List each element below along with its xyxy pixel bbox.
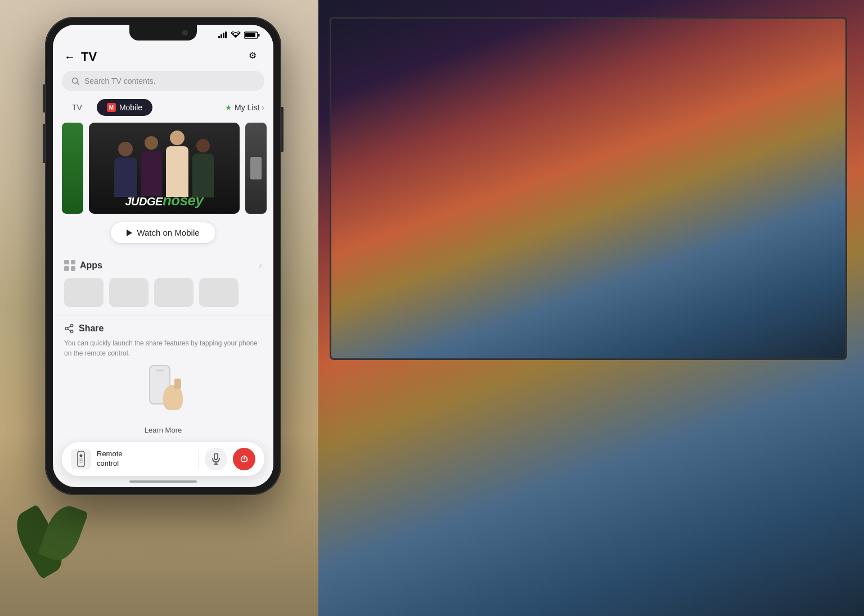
battery-icon: [244, 32, 260, 39]
svg-point-9: [70, 325, 73, 327]
share-section: Share You can quickly launch the share f…: [53, 315, 273, 424]
volume-button-top: [43, 84, 45, 113]
thumb-illustration: [174, 379, 181, 389]
app-tile-4[interactable]: [199, 278, 238, 307]
svg-point-15: [80, 455, 83, 457]
settings-button[interactable]: ⚙: [249, 50, 262, 64]
learn-more-link[interactable]: Learn More: [53, 426, 273, 434]
apps-grid: [64, 278, 262, 307]
svg-rect-0: [218, 36, 220, 38]
apps-icon-dot-2: [71, 260, 76, 265]
apps-title-row: Apps: [64, 260, 102, 271]
share-title: Share: [79, 323, 104, 334]
search-icon: [71, 77, 80, 86]
bottom-bar: Remote control: [62, 442, 264, 476]
my-list-chevron: ›: [262, 103, 264, 112]
apps-title: Apps: [80, 260, 102, 271]
remote-label-line2: control: [97, 459, 123, 469]
mobile-tab-icon: M: [107, 103, 116, 112]
home-indicator: [129, 480, 197, 483]
app-header: ← TV ⚙: [53, 45, 273, 71]
wifi-icon: [231, 32, 241, 38]
play-icon: [127, 230, 132, 236]
svg-rect-18: [79, 462, 83, 463]
svg-rect-3: [225, 32, 227, 38]
share-description: You can quickly launch the share feature…: [64, 338, 262, 358]
volume-button-bottom: [43, 124, 45, 163]
power-side-button: [281, 107, 284, 152]
svg-line-12: [68, 329, 70, 331]
apps-icon-dot-4: [71, 266, 76, 271]
svg-line-13: [68, 326, 70, 328]
watch-btn-label: Watch on Mobile: [137, 228, 199, 237]
tab-bar: TV M Mobile ★ My List ›: [53, 99, 273, 123]
content-card-right[interactable]: [245, 123, 267, 214]
apps-arrow[interactable]: ›: [259, 259, 262, 271]
tab-tv[interactable]: TV: [62, 99, 92, 116]
remote-control-button[interactable]: Remote control: [71, 449, 193, 469]
power-button[interactable]: [233, 448, 255, 470]
bottom-bar-divider: [199, 449, 199, 469]
power-icon: [240, 455, 249, 464]
remote-icon-box: [71, 449, 91, 469]
apps-grid-icon: [64, 260, 75, 271]
search-placeholder: Search TV contents.: [84, 77, 156, 86]
tab-mobile[interactable]: M Mobile: [97, 99, 152, 116]
my-list-button[interactable]: ★ My List ›: [225, 103, 264, 112]
svg-rect-19: [214, 453, 218, 460]
header-left: ← TV: [64, 50, 97, 64]
content-slider[interactable]: JUDGEnosey: [53, 123, 273, 214]
app-tile-2[interactable]: [109, 278, 148, 307]
status-icons: [218, 32, 260, 39]
phone-device: ← TV ⚙ Search TV contents. TV M Mobile: [45, 17, 281, 495]
app-title: TV: [81, 50, 97, 64]
remote-control-icon: [76, 451, 86, 467]
microphone-icon: [212, 453, 220, 465]
judge-nosey-card[interactable]: JUDGEnosey: [89, 123, 240, 214]
app-tile-1[interactable]: [64, 278, 104, 307]
watch-btn-container: Watch on Mobile: [53, 222, 273, 253]
app-tile-3[interactable]: [154, 278, 194, 307]
share-icon: [64, 323, 74, 334]
tab-mobile-label: Mobile: [119, 103, 142, 112]
svg-rect-1: [220, 34, 222, 38]
tabs-container: TV M Mobile: [62, 99, 152, 116]
content-card-left[interactable]: [62, 123, 83, 214]
microphone-button[interactable]: [205, 448, 227, 470]
svg-point-11: [65, 327, 68, 330]
svg-point-10: [70, 330, 73, 333]
svg-rect-6: [258, 34, 260, 37]
show-title: JUDGEnosey: [89, 192, 240, 209]
star-icon: ★: [225, 103, 232, 112]
apps-icon-dot-3: [64, 266, 69, 271]
back-button[interactable]: ←: [64, 51, 75, 64]
svg-line-8: [77, 83, 79, 84]
apps-section-header: Apps ›: [64, 259, 262, 271]
svg-rect-17: [79, 460, 83, 461]
front-camera: [182, 30, 188, 35]
my-list-label: My List: [235, 103, 259, 112]
signal-icon: [218, 32, 227, 38]
share-header: Share: [64, 323, 262, 334]
remote-label-container: Remote control: [97, 449, 123, 469]
svg-rect-2: [223, 33, 224, 38]
watch-on-mobile-button[interactable]: Watch on Mobile: [110, 222, 215, 244]
search-bar[interactable]: Search TV contents.: [62, 71, 264, 91]
apps-icon-dot-1: [64, 260, 69, 265]
apps-section: Apps ›: [53, 259, 273, 315]
svg-rect-5: [245, 33, 255, 37]
share-illustration: [64, 365, 262, 410]
remote-label-line1: Remote: [97, 449, 123, 459]
phone-screen: ← TV ⚙ Search TV contents. TV M Mobile: [53, 25, 273, 487]
svg-rect-16: [79, 458, 83, 460]
notch: [129, 25, 197, 41]
